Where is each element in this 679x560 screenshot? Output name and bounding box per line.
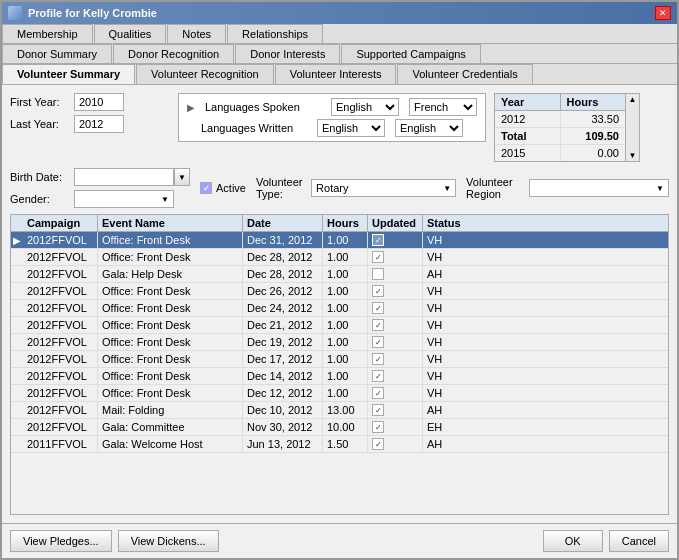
languages-written-row: Languages Written EnglishFrench EnglishF… [187, 119, 477, 137]
view-dickens-button[interactable]: View Dickens... [118, 530, 219, 552]
yh-hours-header: Hours [561, 94, 626, 110]
table-cell: ✓ [368, 385, 423, 401]
tab-donor-recognition[interactable]: Donor Recognition [113, 44, 234, 63]
active-checkbox[interactable]: ✓ [200, 182, 212, 194]
table-cell: Office: Front Desk [98, 334, 243, 350]
first-year-input[interactable] [74, 93, 124, 111]
arrow-spoken-icon: ▶ [187, 102, 195, 113]
updated-checkbox[interactable]: ✓ [372, 404, 384, 416]
yh-scroll-down[interactable]: ▼ [629, 151, 637, 160]
ok-button[interactable]: OK [543, 530, 603, 552]
updated-checkbox[interactable]: ✓ [372, 370, 384, 382]
table-row[interactable]: 2012FFVOLGala: CommitteeNov 30, 201210.0… [11, 419, 668, 436]
th-arrow-spacer [11, 215, 23, 231]
view-pledges-button[interactable]: View Pledges... [10, 530, 112, 552]
table-row[interactable]: 2012FFVOLMail: FoldingDec 10, 201213.00✓… [11, 402, 668, 419]
tab-notes[interactable]: Notes [167, 24, 226, 43]
table-cell: VH [423, 351, 446, 367]
th-campaign: Campaign [23, 215, 98, 231]
table-row[interactable]: 2012FFVOLOffice: Front DeskDec 24, 20121… [11, 300, 668, 317]
table-cell: Gala: Welcome Host [98, 436, 243, 452]
table-row[interactable]: 2012FFVOLOffice: Front DeskDec 21, 20121… [11, 317, 668, 334]
birth-date-picker-button[interactable]: ▼ [174, 168, 190, 186]
row-indicator-icon [11, 323, 23, 327]
tab-supported-campaigns[interactable]: Supported Campaigns [341, 44, 480, 63]
tabs-row1: Membership Qualities Notes Relationships [2, 24, 677, 44]
updated-checkbox[interactable]: ✓ [372, 353, 384, 365]
close-button[interactable]: ✕ [655, 6, 671, 20]
table-row[interactable]: 2012FFVOLOffice: Front DeskDec 28, 20121… [11, 249, 668, 266]
table-row[interactable]: 2012FFVOLOffice: Front DeskDec 17, 20121… [11, 351, 668, 368]
row-indicator-icon [11, 357, 23, 361]
table-cell: ✓ [368, 317, 423, 333]
table-row[interactable]: 2012FFVOLOffice: Front DeskDec 19, 20121… [11, 334, 668, 351]
table-cell: 1.00 [323, 232, 368, 248]
th-status: Status [423, 215, 668, 231]
tab-membership[interactable]: Membership [2, 24, 93, 43]
window-title: Profile for Kelly Crombie [28, 7, 157, 19]
yh-year-2: 2015 [495, 145, 561, 161]
table-row[interactable]: 2012FFVOLOffice: Front DeskDec 26, 20121… [11, 283, 668, 300]
birth-date-input[interactable] [74, 168, 174, 186]
updated-checkbox[interactable]: ✓ [372, 421, 384, 433]
updated-checkbox[interactable]: ✓ [372, 319, 384, 331]
yh-scrollbar[interactable]: ▲ ▼ [625, 94, 639, 161]
tab-qualities[interactable]: Qualities [94, 24, 167, 43]
row-indicator-icon [11, 340, 23, 344]
spoken-lang2-select[interactable]: FrenchEnglish [409, 98, 477, 116]
table-cell: 2012FFVOL [23, 249, 98, 265]
last-year-row: Last Year: [10, 115, 170, 133]
table-cell: 1.00 [323, 317, 368, 333]
middle-controls: Birth Date: ▼ Gender: ▼ ✓ Active [10, 168, 669, 208]
gender-dropdown[interactable]: ▼ [74, 190, 174, 208]
tabs-row3: Volunteer Summary Volunteer Recognition … [2, 64, 677, 85]
table-cell: 1.00 [323, 266, 368, 282]
last-year-input[interactable] [74, 115, 124, 133]
volunteer-region-dropdown[interactable]: ▼ [529, 179, 669, 197]
gender-row: Gender: ▼ [10, 190, 190, 208]
written-lang2-select[interactable]: EnglishFrench [395, 119, 463, 137]
table-cell: ✓ [368, 300, 423, 316]
table-cell: 2012FFVOL [23, 334, 98, 350]
table-row[interactable]: ▶2012FFVOLOffice: Front DeskDec 31, 2012… [11, 232, 668, 249]
volunteer-type-dropdown[interactable]: Rotary ▼ [311, 179, 456, 197]
tab-donor-summary[interactable]: Donor Summary [2, 44, 112, 63]
table-cell: Office: Front Desk [98, 385, 243, 401]
updated-checkbox[interactable]: ✓ [372, 285, 384, 297]
updated-checkbox[interactable]: ✓ [372, 302, 384, 314]
table-cell: 1.00 [323, 351, 368, 367]
table-cell: Nov 30, 2012 [243, 419, 323, 435]
table-cell: AH [423, 436, 446, 452]
row-indicator-icon [11, 425, 23, 429]
updated-checkbox[interactable]: ✓ [372, 234, 384, 246]
table-row[interactable]: 2011FFVOLGala: Welcome HostJun 13, 20121… [11, 436, 668, 453]
table-cell: VH [423, 368, 446, 384]
tab-volunteer-summary[interactable]: Volunteer Summary [2, 64, 135, 84]
table-row[interactable]: 2012FFVOLGala: Help DeskDec 28, 20121.00… [11, 266, 668, 283]
table-cell: 2012FFVOL [23, 402, 98, 418]
table-row[interactable]: 2012FFVOLOffice: Front DeskDec 12, 20121… [11, 385, 668, 402]
updated-checkbox[interactable]: ✓ [372, 336, 384, 348]
spoken-lang1-select[interactable]: EnglishFrench [331, 98, 399, 116]
tab-donor-interests[interactable]: Donor Interests [235, 44, 340, 63]
updated-checkbox[interactable]: ✓ [372, 251, 384, 263]
tab-relationships[interactable]: Relationships [227, 24, 323, 43]
tab-volunteer-recognition[interactable]: Volunteer Recognition [136, 64, 274, 84]
cancel-button[interactable]: Cancel [609, 530, 669, 552]
updated-checkbox[interactable]: ✓ [372, 387, 384, 399]
table-cell: EH [423, 419, 446, 435]
written-lang1-select[interactable]: EnglishFrench [317, 119, 385, 137]
row-indicator-icon [11, 306, 23, 310]
yh-year-header: Year [495, 94, 561, 110]
tab-volunteer-credentials[interactable]: Volunteer Credentials [397, 64, 532, 84]
table-cell: Gala: Help Desk [98, 266, 243, 282]
updated-checkbox[interactable] [372, 268, 384, 280]
table-cell: 2011FFVOL [23, 436, 98, 452]
languages-spoken-row: ▶ Languages Spoken EnglishFrench FrenchE… [187, 98, 477, 116]
table-cell: Office: Front Desk [98, 351, 243, 367]
yh-year-1: 2012 [495, 111, 561, 127]
updated-checkbox[interactable]: ✓ [372, 438, 384, 450]
tab-volunteer-interests[interactable]: Volunteer Interests [275, 64, 397, 84]
yh-scroll-up[interactable]: ▲ [629, 95, 637, 104]
table-row[interactable]: 2012FFVOLOffice: Front DeskDec 14, 20121… [11, 368, 668, 385]
